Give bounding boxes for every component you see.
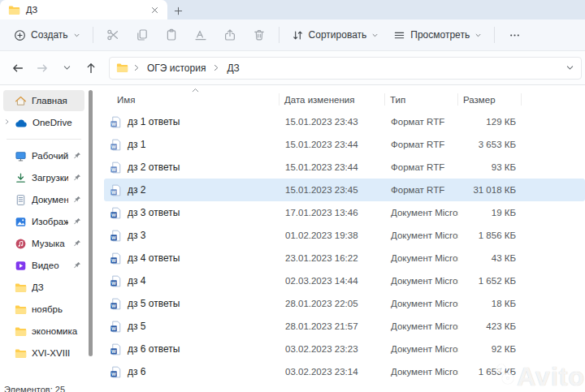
file-list: Имя Дата изменения Тип Размер Wдз 1 отве… xyxy=(94,85,585,391)
file-row[interactable]: Wдз 2 ответы 15.01.2023 23:44 Формат RTF… xyxy=(104,156,585,179)
create-button[interactable]: Создать xyxy=(6,23,88,47)
paste-button[interactable] xyxy=(157,23,186,47)
breadcrumb-item[interactable]: ДЗ xyxy=(224,61,241,75)
share-button[interactable] xyxy=(215,23,245,47)
breadcrumb-item[interactable]: ОГЭ история xyxy=(145,61,208,75)
word-file-icon: W xyxy=(110,298,122,310)
file-type: Документ Microso... xyxy=(385,253,458,263)
sidebar-item-music[interactable]: Музыка xyxy=(3,233,84,254)
file-name: дз 4 ответы xyxy=(128,252,180,264)
status-bar-item-count: Элементов: 25 xyxy=(4,385,65,392)
pin-icon xyxy=(73,152,81,160)
file-explorer-window: ДЗ Создать xyxy=(0,0,585,392)
file-row[interactable]: Wдз 5 ответы 28.01.2023 22:05 Документ M… xyxy=(104,292,585,315)
column-label: Имя xyxy=(117,95,135,105)
cut-button[interactable] xyxy=(98,23,128,47)
copy-button[interactable] xyxy=(128,23,157,47)
delete-button[interactable] xyxy=(245,23,274,47)
file-row-selected[interactable]: Wдз 2 15.01.2023 23:45 Формат RTF 31 018… xyxy=(104,179,585,201)
forward-button[interactable] xyxy=(31,57,54,80)
pin-icon xyxy=(73,261,81,269)
rtf-file-icon: W xyxy=(110,116,122,128)
view-button[interactable]: Просмотреть xyxy=(386,23,489,47)
file-row[interactable]: Wдз 6 03.02.2023 23:14 Документ Microso.… xyxy=(104,360,585,383)
column-header-type[interactable]: Тип xyxy=(385,85,458,110)
file-size: 423 КБ xyxy=(458,321,522,331)
sidebar-item-video[interactable]: Видео xyxy=(3,255,84,276)
file-date: 02.03.2023 14:44 xyxy=(280,276,385,286)
column-label: Тип xyxy=(390,95,405,105)
sort-arrows-icon xyxy=(292,29,304,41)
main-area: Главная OneDrive Рабочий стол xyxy=(0,85,585,391)
column-header-size[interactable]: Размер xyxy=(458,85,522,110)
navigation-pane: Главная OneDrive Рабочий стол xyxy=(0,85,88,391)
column-header-date[interactable]: Дата изменения xyxy=(280,85,385,110)
svg-text:W: W xyxy=(111,189,116,194)
see-more-button[interactable] xyxy=(500,23,529,47)
svg-text:W: W xyxy=(111,121,116,126)
file-row[interactable]: Wдз 3 01.02.2023 19:38 Документ Microso.… xyxy=(104,224,585,247)
file-row[interactable]: Wдз 4 ответы 23.01.2023 16:22 Документ M… xyxy=(104,247,585,269)
file-row[interactable]: Wдз 3 ответы 17.01.2023 13:46 Документ M… xyxy=(104,201,585,224)
pin-icon xyxy=(73,218,81,226)
sort-button[interactable]: Сортировать xyxy=(284,23,387,47)
svg-text:W: W xyxy=(111,257,116,262)
scrollbar-thumb[interactable] xyxy=(89,90,93,356)
file-row[interactable]: Wдз 4 02.03.2023 14:44 Документ Microso.… xyxy=(104,269,585,292)
file-name: дз 3 ответы xyxy=(128,207,180,218)
file-row[interactable]: Wдз 1 ответы 15.01.2023 23:43 Формат RTF… xyxy=(104,110,585,133)
documents-icon xyxy=(15,194,27,206)
sidebar-item-xvi-xviii-folder[interactable]: XVI-XVIII xyxy=(3,342,84,364)
sidebar-item-label: Видео xyxy=(32,261,68,270)
file-size: 1 653 КБ xyxy=(458,367,522,377)
breadcrumb-chevron-icon xyxy=(133,64,140,71)
file-date: 01.02.2023 19:38 xyxy=(280,230,385,240)
sidebar-item-label: Изображения xyxy=(32,217,68,226)
sidebar-item-economics-folder[interactable]: экономика xyxy=(3,321,84,342)
sidebar-item-home[interactable]: Главная xyxy=(3,90,84,111)
expand-chevron-icon[interactable] xyxy=(4,118,10,125)
sidebar-item-documents[interactable]: Документы xyxy=(3,189,84,210)
up-button[interactable] xyxy=(80,57,102,80)
sidebar-item-label: ноябрь xyxy=(32,304,84,314)
rename-button[interactable] xyxy=(186,23,215,47)
file-name: дз 6 ответы xyxy=(128,343,180,355)
address-bar[interactable]: ОГЭ история ДЗ xyxy=(109,57,582,80)
file-type: Документ Microso... xyxy=(385,276,458,286)
file-row[interactable]: Wдз 6 ответы 03.02.2023 23:23 Документ M… xyxy=(104,338,585,360)
recent-locations-button[interactable] xyxy=(55,57,78,80)
sidebar-item-desktop[interactable]: Рабочий стол xyxy=(3,145,84,166)
file-date: 15.01.2023 23:43 xyxy=(280,117,385,127)
address-row: ОГЭ история ДЗ xyxy=(0,51,585,85)
file-row[interactable]: Wдз 1 15.01.2023 23:44 Формат RTF 3 653 … xyxy=(104,133,585,156)
plus-circle-icon xyxy=(14,29,26,41)
sidebar-item-dz-folder[interactable]: ДЗ xyxy=(3,277,84,298)
file-type: Формат RTF xyxy=(385,140,458,149)
file-row[interactable]: Wдз 5 28.01.2023 21:57 Документ Microso.… xyxy=(104,315,585,338)
file-name: дз 1 xyxy=(128,139,146,150)
sidebar-item-pictures[interactable]: Изображения xyxy=(3,211,84,232)
file-date: 28.01.2023 21:57 xyxy=(280,321,385,331)
rtf-file-icon: W xyxy=(110,139,122,151)
tab-close-icon[interactable] xyxy=(148,3,161,16)
column-header-name[interactable]: Имя xyxy=(104,85,280,110)
file-size: 43 КБ xyxy=(458,253,522,263)
tab-dz[interactable]: ДЗ xyxy=(0,0,167,19)
sidebar-scrollbar[interactable] xyxy=(88,85,94,391)
rtf-file-icon: W xyxy=(110,162,122,174)
word-file-icon: W xyxy=(110,343,122,355)
address-dropdown-icon[interactable] xyxy=(566,63,574,72)
tab-strip: ДЗ xyxy=(0,0,585,19)
back-button[interactable] xyxy=(6,57,29,80)
folder-icon xyxy=(15,304,27,315)
toolbar-separator xyxy=(279,27,280,43)
svg-text:W: W xyxy=(111,371,116,376)
create-label: Создать xyxy=(31,29,68,41)
toolbar-separator xyxy=(93,27,93,43)
new-tab-button[interactable] xyxy=(167,2,188,19)
sidebar-item-november-folder[interactable]: ноябрь xyxy=(3,299,84,320)
file-size: 19 КБ xyxy=(458,208,522,218)
sidebar-item-downloads[interactable]: Загрузки xyxy=(3,167,84,188)
sidebar-item-onedrive[interactable]: OneDrive xyxy=(3,112,84,133)
file-name: дз 2 xyxy=(128,184,146,196)
